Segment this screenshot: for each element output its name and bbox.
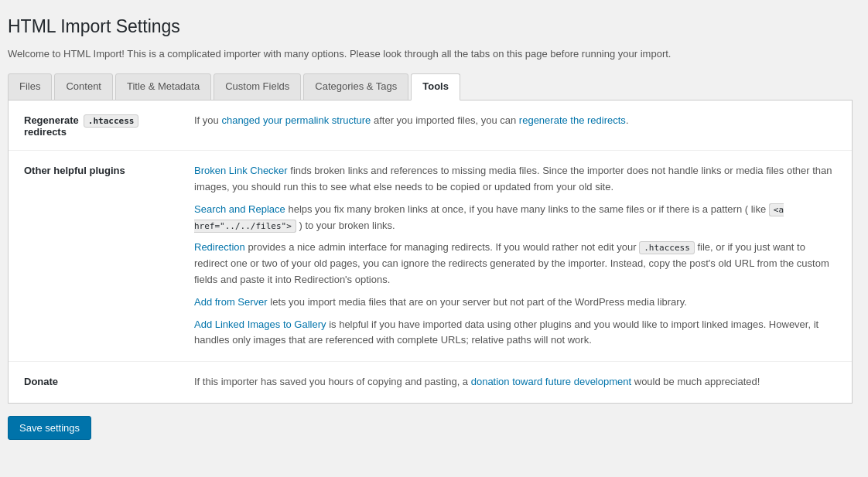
broken-link-checker-para: Broken Link Checker finds broken links a… (194, 163, 836, 196)
row-other-plugins: Other helpful plugins Broken Link Checke… (9, 151, 852, 362)
tab-title-metadata[interactable]: Title & Metadata (115, 73, 211, 101)
content-area: Regenerateredirects .htaccess If you cha… (8, 101, 853, 404)
link-regenerate-redirects[interactable]: regenerate the redirects (519, 114, 626, 126)
regenerate-description: If you changed your permalink structure … (194, 113, 836, 129)
label-text-donate: Donate (24, 376, 58, 387)
link-broken-link-checker[interactable]: Broken Link Checker (194, 165, 288, 176)
link-redirection[interactable]: Redirection (194, 241, 245, 253)
row-label-other-plugins: Other helpful plugins (24, 163, 179, 176)
row-regenerate-redirects: Regenerateredirects .htaccess If you cha… (9, 101, 852, 151)
row-label-regenerate: Regenerateredirects .htaccess (24, 113, 179, 138)
save-settings-button[interactable]: Save settings (8, 416, 91, 440)
row-content-other-plugins: Broken Link Checker finds broken links a… (194, 163, 836, 349)
link-add-from-server[interactable]: Add from Server (194, 296, 268, 308)
tab-content[interactable]: Content (54, 73, 113, 101)
intro-text: Welcome to HTML Import! This is a compli… (8, 46, 853, 62)
add-linked-images-para: Add Linked Images to Gallery is helpful … (194, 317, 836, 349)
page-title: HTML Import Settings (8, 15, 853, 39)
add-from-server-para: Add from Server lets you import media fi… (194, 295, 836, 311)
label-text-other-plugins: Other helpful plugins (24, 165, 125, 176)
tab-custom-fields[interactable]: Custom Fields (214, 73, 301, 101)
tabs-bar: Files Content Title & Metadata Custom Fi… (8, 73, 853, 101)
row-content-donate: If this importer has saved you hours of … (194, 374, 836, 390)
tab-categories-tags[interactable]: Categories & Tags (303, 73, 408, 101)
row-label-donate: Donate (24, 374, 179, 387)
redirection-para: Redirection provides a nice admin interf… (194, 240, 836, 288)
tab-files[interactable]: Files (8, 73, 52, 101)
search-replace-para: Search and Replace helps you fix many br… (194, 202, 836, 234)
link-add-linked-images[interactable]: Add Linked Images to Gallery (194, 319, 326, 330)
link-search-replace[interactable]: Search and Replace (194, 203, 285, 215)
donate-description: If this importer has saved you hours of … (194, 374, 836, 390)
htaccess-badge: .htaccess (84, 114, 139, 128)
row-content-regenerate: If you changed your permalink structure … (194, 113, 836, 129)
label-text-regenerate: Regenerateredirects (24, 114, 79, 138)
link-donation[interactable]: donation toward future development (471, 376, 631, 387)
tab-tools[interactable]: Tools (411, 73, 460, 101)
code-htaccess-inline: .htaccess (639, 241, 695, 254)
link-changed-permalink[interactable]: changed your permalink structure (221, 114, 371, 126)
row-donate: Donate If this importer has saved you ho… (9, 362, 852, 403)
